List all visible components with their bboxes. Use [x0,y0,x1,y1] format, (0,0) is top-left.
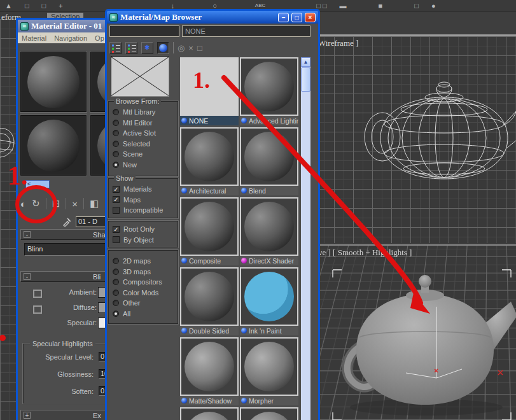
material-item[interactable]: Advanced Lighting [240,57,300,127]
material-label[interactable]: Blend [240,186,298,195]
material-item[interactable]: DirectX Shader [240,197,300,267]
browse-from-radio[interactable]: Active Slot [113,128,175,139]
view-list-icon[interactable] [109,42,122,54]
layers-icon[interactable]: ■ [379,1,383,11]
material-thumbnail[interactable] [180,57,239,116]
menu-material[interactable]: Material [22,34,46,42]
maps-filter-radio[interactable]: Other [113,298,175,309]
maximize-button[interactable]: □ [291,13,302,22]
reset-default-icon[interactable]: × [72,199,78,209]
material-label[interactable]: DirectX Shader [240,256,298,265]
scroll-up-icon[interactable]: ▲ [301,57,310,67]
material-thumbnail[interactable] [180,407,239,420]
get-material-icon[interactable]: ◐ [20,199,26,209]
material-label[interactable]: Composite [180,256,239,265]
show-checkbox[interactable]: Materials [113,184,175,195]
material-thumbnail[interactable] [240,57,298,116]
show-checkbox[interactable]: Incompatible [113,205,175,216]
material-item[interactable]: Matte/Shadow [180,337,240,407]
material-thumbnail[interactable] [180,127,239,186]
material-label[interactable]: Double Sided [180,326,239,335]
material-label[interactable]: Architectural [180,186,239,195]
select-cursor-icon[interactable]: ▲ [5,1,12,11]
viewport-perspective[interactable]: ve ] [ Smooth + Highlights ] [315,244,516,420]
material-editor-window[interactable]: ≈ Material Editor - 01 Material Navigati… [16,18,107,420]
material-label[interactable]: Advanced Lighting [240,116,298,125]
list-scrollbar[interactable]: ▲ [301,57,310,420]
view-list-plus-icon[interactable] [125,42,137,54]
material-label[interactable]: NONE [180,116,239,125]
crossing-icon[interactable]: + [59,1,62,11]
maps-filter-radio[interactable]: 2D maps [113,256,175,267]
lasso-marquee-icon[interactable]: □ [42,1,46,11]
mirror-icon[interactable]: ▬ [340,1,347,11]
curve-editor-icon[interactable]: □ [414,1,419,11]
browse-from-radio[interactable]: Mtl Editor [113,118,175,129]
close-button[interactable]: × [305,13,316,22]
current-selection-field[interactable]: NONE [182,25,310,37]
material-label[interactable]: Ink 'n Paint [240,326,298,335]
assign-to-selection-icon[interactable]: ⊞ [52,198,60,209]
material-thumbnail[interactable] [240,267,298,326]
browse-from-radio[interactable]: Scene [113,149,175,160]
name-search-input[interactable] [109,25,179,37]
material-item[interactable]: Double Sided [180,267,240,337]
material-thumbnail[interactable] [240,127,298,186]
material-item[interactable]: Blend [240,127,300,197]
material-item[interactable] [240,407,300,420]
maps-filter-radio[interactable]: 3D maps [113,267,175,277]
minimize-button[interactable]: – [278,13,289,22]
material-name-field[interactable]: 01 - D [76,216,109,227]
material-thumbnail[interactable] [240,337,298,396]
viewport-label-smooth[interactable]: ve ] [ Smooth + Highlights ] [318,248,412,258]
material-item[interactable]: NONE [180,57,240,127]
material-thumbnail[interactable] [240,197,298,256]
root-checkbox[interactable]: By Object [113,235,175,246]
make-unique-icon[interactable]: ◧ [90,198,99,209]
material-item[interactable]: Morpher [240,337,300,407]
show-checkbox[interactable]: Maps [113,195,175,206]
maps-filter-radio[interactable]: Compositors [113,277,175,288]
viewport-wireframe[interactable]: Wireframe ] [315,36,516,243]
maps-filter-radio[interactable]: All [113,309,175,319]
clear-library-icon[interactable]: □ [197,43,202,53]
scrollbar-thumb[interactable] [301,67,310,92]
collapse-icon[interactable]: - [24,231,31,238]
view-large-icons-icon[interactable] [157,42,169,54]
material-item[interactable]: Ink 'n Paint [240,267,300,337]
put-to-scene-icon[interactable]: ↻ [32,198,40,209]
browse-from-radio[interactable]: New [113,160,175,171]
view-small-icons-icon[interactable] [141,42,153,54]
sample-slot-1[interactable] [20,52,87,112]
maps-filter-radio[interactable]: Color Mods [113,288,175,298]
viewport-label-wireframe[interactable]: Wireframe ] [318,38,358,48]
update-scene-materials-icon[interactable]: ◎ [178,43,185,53]
material-item[interactable]: Composite [180,197,240,267]
material-label[interactable]: Morpher [240,396,298,405]
material-map-browser-window[interactable]: ≈ Material/Map Browser – □ × NONE ◎ × □ … [105,9,320,420]
collapse-icon[interactable]: - [24,273,31,280]
left-viewport[interactable] [0,19,16,420]
material-item[interactable] [180,407,240,420]
slot-scroll-handle[interactable]: < [25,180,50,188]
rect-marquee-icon[interactable]: □ [25,1,29,11]
delete-from-library-icon[interactable]: × [188,43,193,53]
material-thumbnail[interactable] [180,197,239,256]
browse-from-radio[interactable]: Mtl Library [113,107,175,118]
material-label[interactable]: Matte/Shadow [180,396,239,405]
root-checkbox[interactable]: Root Only [113,224,175,235]
browser-titlebar[interactable]: ≈ Material/Map Browser – □ × [107,11,318,24]
radio-icon [113,300,119,306]
material-thumbnail[interactable] [180,267,239,326]
material-thumbnail[interactable] [240,407,298,420]
material-item[interactable]: Architectural [180,127,240,197]
browse-from-radio[interactable]: Selected [113,139,175,150]
render-icon[interactable]: ● [431,1,436,11]
sample-slot-3[interactable] [20,115,87,176]
material-thumbnail[interactable] [180,337,239,396]
expand-icon[interactable]: + [24,412,31,419]
teapot-wireframe[interactable] [359,74,516,189]
eyedropper-icon[interactable] [62,217,72,227]
menu-navigation[interactable]: Navigation [54,34,87,42]
menu-options[interactable]: Op [95,34,104,42]
